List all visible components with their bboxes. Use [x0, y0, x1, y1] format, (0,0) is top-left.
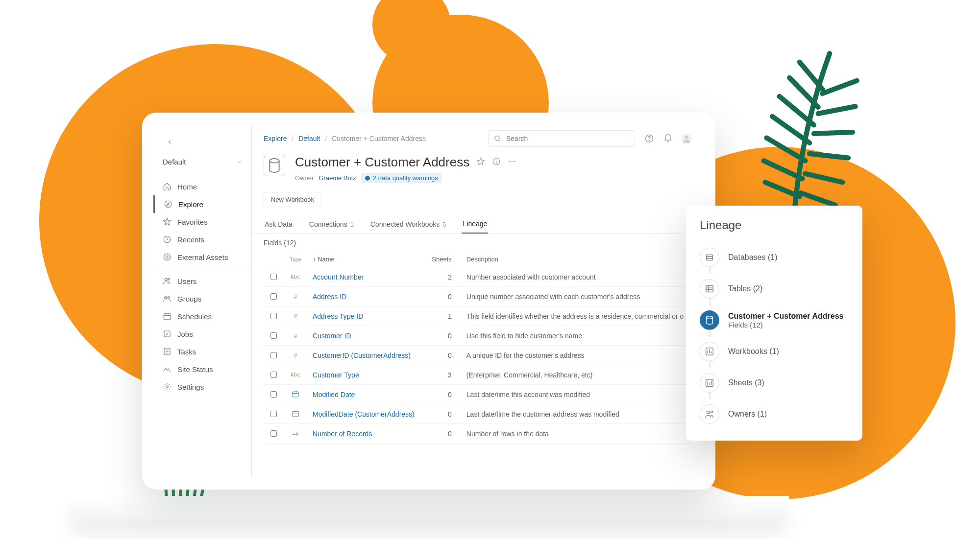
field-sheet-count: 0: [427, 424, 461, 444]
breadcrumb-root[interactable]: Explore: [264, 135, 287, 142]
lineage-node[interactable]: Sheets (3): [700, 367, 849, 398]
db-icon: [700, 248, 719, 267]
tab-ask-data[interactable]: Ask Data: [264, 215, 294, 234]
external-icon: [163, 253, 172, 261]
lineage-node[interactable]: Databases (1): [700, 242, 849, 273]
field-description: Unique number associated with each custo…: [462, 287, 692, 306]
tab-connected-workbooks[interactable]: Connected Workbooks5: [369, 215, 447, 234]
field-name-link[interactable]: Customer Type: [313, 371, 359, 379]
field-name-link[interactable]: CustomerID (CustomerAddress): [313, 352, 411, 359]
help-icon[interactable]: [644, 133, 655, 144]
col-name[interactable]: ↑ Name: [308, 252, 427, 267]
sitestatus-icon: [163, 365, 172, 374]
col-description[interactable]: Description: [462, 252, 692, 267]
sidebar-item-users[interactable]: Users: [154, 272, 251, 290]
field-name-link[interactable]: Modified Date: [313, 391, 355, 398]
laptop-frame: Default HomeExploreFavoritesRecentsExter…: [142, 113, 715, 490]
field-description: Last date/time this account was modified: [462, 385, 692, 404]
breadcrumb-project[interactable]: Default: [298, 135, 320, 142]
sidebar-item-settings[interactable]: Settings: [154, 378, 251, 396]
row-checkbox[interactable]: [270, 372, 277, 378]
field-name-link[interactable]: Customer ID: [313, 332, 351, 340]
page-title: Customer + Customer Address: [295, 155, 469, 170]
row-checkbox[interactable]: [270, 293, 277, 300]
quality-warning-badge[interactable]: 2 data quality warnings: [361, 173, 442, 183]
sidebar-item-label: Tasks: [177, 348, 196, 356]
table-row: =#Number of Records0Number of rows in th…: [264, 424, 692, 444]
field-type-icon: [283, 404, 308, 424]
svg-point-28: [707, 411, 710, 414]
more-icon[interactable]: [508, 157, 516, 167]
favorite-icon[interactable]: [476, 157, 485, 167]
row-checkbox[interactable]: [270, 332, 277, 339]
search-input[interactable]: [505, 134, 630, 143]
groups-icon: [163, 294, 172, 303]
lineage-node[interactable]: Tables (2): [700, 273, 849, 305]
sidebar-item-tasks[interactable]: Tasks: [154, 343, 251, 360]
svg-point-18: [509, 161, 510, 162]
sidebar-item-label: Recents: [177, 235, 204, 244]
table-row: #Customer ID0Use this field to hide cust…: [264, 326, 692, 346]
sidebar: Default HomeExploreFavoritesRecentsExter…: [154, 124, 252, 478]
row-checkbox[interactable]: [270, 411, 277, 417]
sidebar-item-external[interactable]: External Assets: [154, 248, 251, 266]
table-row: #CustomerID (CustomerAddress)0A unique I…: [264, 346, 692, 365]
row-checkbox[interactable]: [270, 430, 277, 437]
sidebar-item-home[interactable]: Home: [154, 178, 251, 195]
sidebar-item-explore[interactable]: Explore: [153, 195, 251, 213]
sidebar-item-groups[interactable]: Groups: [154, 290, 251, 307]
top-bar: Explore / Default / Customer + Customer …: [252, 124, 704, 150]
field-name-link[interactable]: Number of Records: [313, 430, 372, 438]
field-name-link[interactable]: Address Type ID: [313, 312, 363, 320]
project-name: Default: [163, 158, 186, 166]
sidebar-item-label: External Assets: [177, 253, 228, 261]
field-name-link[interactable]: Address ID: [313, 293, 346, 301]
svg-rect-22: [293, 411, 298, 417]
field-name-link[interactable]: Account Number: [313, 273, 364, 281]
svg-rect-21: [293, 392, 298, 397]
back-button[interactable]: [161, 133, 178, 151]
sidebar-item-label: Users: [177, 277, 196, 285]
fields-heading: Fields (12): [252, 234, 704, 252]
lineage-node[interactable]: Owners (1): [700, 398, 849, 430]
table-row: #Address ID0Unique number associated wit…: [264, 287, 692, 306]
row-checkbox[interactable]: [270, 274, 277, 280]
tab-connections[interactable]: Connections1: [308, 215, 355, 234]
col-type[interactable]: Type: [283, 252, 308, 267]
lineage-title: Lineage: [700, 218, 849, 232]
svg-point-25: [707, 316, 713, 319]
lineage-node[interactable]: Customer + Customer AddressFields (12): [700, 305, 849, 336]
search-box[interactable]: [488, 130, 635, 147]
sidebar-item-label: Site Status: [177, 365, 213, 374]
jobs-icon: [163, 329, 172, 338]
sidebar-item-recents[interactable]: Recents: [154, 231, 251, 248]
field-description: (Enterprise, Commercial, Healthcare, etc…: [462, 365, 692, 385]
tasks-icon: [163, 347, 172, 356]
sidebar-item-favorites[interactable]: Favorites: [154, 213, 251, 231]
field-type-icon: =#: [283, 424, 308, 444]
info-icon[interactable]: [492, 157, 501, 167]
lineage-node[interactable]: Workbooks (1): [700, 336, 849, 367]
notifications-icon[interactable]: [662, 133, 673, 144]
sidebar-item-label: Jobs: [177, 330, 193, 338]
tab-lineage[interactable]: Lineage: [462, 215, 488, 234]
sidebar-item-schedules[interactable]: Schedules: [154, 307, 251, 325]
field-sheet-count: 0: [427, 326, 461, 346]
project-selector[interactable]: Default: [163, 158, 243, 166]
field-name-link[interactable]: ModifiedDate (CustomerAddress): [313, 410, 415, 418]
row-checkbox[interactable]: [270, 352, 277, 358]
users-icon: [163, 277, 172, 285]
row-checkbox[interactable]: [270, 313, 277, 319]
col-sheets[interactable]: Sheets: [427, 252, 461, 267]
wb-icon: [700, 342, 719, 361]
sidebar-item-sitestatus[interactable]: Site Status: [154, 360, 251, 378]
svg-rect-24: [706, 286, 713, 292]
warning-dot-icon: [365, 176, 370, 181]
new-workbook-button[interactable]: New Workbook: [264, 192, 321, 207]
sidebar-item-jobs[interactable]: Jobs: [154, 325, 251, 343]
row-checkbox[interactable]: [270, 391, 277, 398]
fields-table: Type ↑ Name Sheets Description AbcAccoun…: [264, 252, 692, 444]
lineage-label: Customer + Customer Address: [728, 312, 843, 321]
owner-link[interactable]: Graeme Britz: [318, 174, 356, 182]
user-avatar[interactable]: [681, 133, 692, 144]
